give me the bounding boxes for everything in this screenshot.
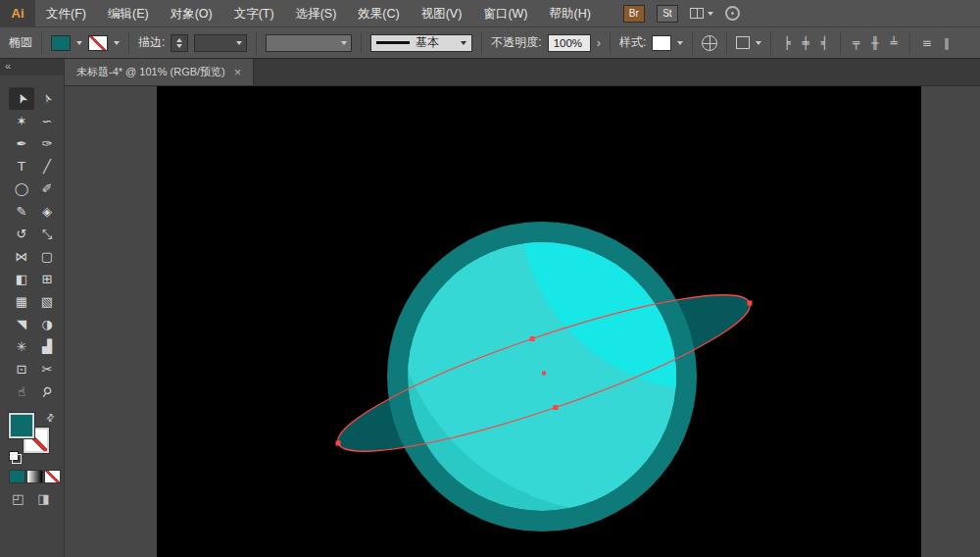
swap-fill-stroke-icon[interactable]: ⇄ (43, 411, 57, 425)
column-graph-tool[interactable]: ▟ (34, 335, 60, 358)
canvas-pasteboard[interactable] (65, 86, 980, 557)
line-segment-tool[interactable]: ╱ (34, 155, 60, 177)
stroke-dropdown-icon[interactable] (114, 41, 120, 45)
paintbrush-icon: ✐ (42, 182, 53, 195)
fill-dropdown-icon[interactable] (76, 41, 82, 45)
profile-value: 基本 (416, 34, 439, 51)
shape-builder-tool[interactable]: ◧ (9, 268, 34, 290)
zoom-tool[interactable]: ⚲ (34, 380, 60, 403)
menu-view[interactable]: 视图(V) (411, 0, 473, 27)
eraser-tool[interactable]: ◈ (34, 200, 60, 223)
style-swatch[interactable] (652, 35, 671, 51)
distribute-vertical-button[interactable]: ∥ (941, 36, 953, 50)
screen-mode-button[interactable]: ◨ (37, 491, 49, 506)
slice-tool[interactable]: ✂ (34, 358, 60, 380)
type-tool[interactable]: T (9, 155, 34, 177)
width-tool[interactable]: ⋈ (9, 245, 34, 268)
default-fill-stroke-icon[interactable] (9, 451, 22, 464)
align-bottom-button[interactable]: ╧ (888, 36, 901, 50)
curvature-icon: ✑ (42, 137, 53, 150)
magic-wand-icon: ✶ (17, 115, 27, 127)
ellipse-tool[interactable]: ◯ (9, 177, 34, 200)
divider (128, 32, 129, 54)
opacity-input[interactable]: 100% (548, 34, 591, 52)
stroke-weight-dropdown[interactable] (194, 34, 247, 52)
chevron-down-icon (236, 41, 242, 45)
perspective-grid-icon: ⊞ (42, 273, 53, 285)
color-button[interactable] (9, 470, 25, 483)
direct-selection-tool-icon: ➢ (39, 91, 55, 106)
menu-edit[interactable]: 编辑(E) (97, 0, 160, 27)
gradient-tool[interactable]: ▧ (34, 290, 60, 313)
none-button[interactable] (44, 470, 61, 483)
line-segment-icon: ╱ (43, 160, 51, 173)
magic-wand-tool[interactable]: ✶ (9, 110, 34, 132)
document-tab[interactable]: 未标题-4* @ 101% (RGB/预览) × (65, 59, 254, 85)
menu-select[interactable]: 选择(S) (285, 0, 348, 27)
recolor-artwork-icon[interactable] (702, 35, 717, 51)
eyedropper-tool[interactable]: ◥ (9, 313, 34, 335)
arrange-documents-button[interactable] (690, 8, 713, 19)
mesh-tool[interactable]: ▦ (9, 290, 34, 313)
stock-button[interactable]: St (657, 5, 678, 23)
menu-object[interactable]: 对象(O) (160, 0, 223, 27)
menu-file[interactable]: 文件(F) (35, 0, 97, 27)
anchor-center[interactable] (542, 372, 546, 376)
style-dropdown-icon[interactable] (677, 41, 683, 45)
align-right-button[interactable]: ╡ (818, 36, 831, 50)
pen-tool[interactable]: ✒ (9, 132, 34, 155)
rotate-tool[interactable]: ↺ (9, 223, 34, 245)
chevron-down-icon (461, 41, 466, 45)
tools-panel: « ➤ ➢ ✶ ∽ ✒ ✑ T ╱ ◯ ✐ ✎ ◈ ↺ ⤡ ⋈ ▢ ◧ ⊞ ▦ … (0, 59, 65, 557)
artboard-tool[interactable]: ⊡ (9, 358, 34, 380)
opacity-panel-arrow[interactable]: › (597, 35, 601, 50)
distribute-horizontal-button[interactable]: ≡ (919, 36, 935, 50)
stroke-color-control[interactable] (88, 35, 108, 51)
transform-panel-icon[interactable] (736, 36, 750, 49)
fill-color-control[interactable] (51, 35, 71, 51)
curvature-tool[interactable]: ✑ (34, 132, 60, 155)
draw-mode-button[interactable]: ◰ (12, 491, 24, 506)
selection-tool[interactable]: ➤ (9, 87, 34, 110)
lasso-tool[interactable]: ∽ (34, 110, 60, 132)
fill-color-swatch[interactable] (9, 413, 34, 438)
direct-selection-tool[interactable]: ➢ (34, 87, 60, 110)
gradient-button[interactable] (26, 470, 43, 483)
menu-help[interactable]: 帮助(H) (539, 0, 602, 27)
align-top-button[interactable]: ╤ (850, 36, 862, 50)
anchor-left[interactable] (336, 441, 341, 446)
perspective-grid-tool[interactable]: ⊞ (34, 268, 60, 290)
gradient-icon: ▧ (41, 295, 53, 308)
dial-icon[interactable] (725, 6, 740, 21)
stroke-weight-stepper[interactable] (171, 34, 188, 52)
symbol-sprayer-tool[interactable]: ✳ (9, 335, 34, 358)
close-icon[interactable]: × (234, 65, 242, 79)
paintbrush-tool[interactable]: ✐ (34, 177, 60, 200)
collapse-panel-button[interactable]: « (0, 59, 64, 76)
align-center-button[interactable]: ╪ (800, 36, 812, 50)
anchor-bottom[interactable] (553, 405, 558, 410)
variable-width-profile-dropdown[interactable]: 基本 (370, 34, 472, 52)
menu-window[interactable]: 窗口(W) (472, 0, 538, 27)
menu-bar: Ai 文件(F) 编辑(E) 对象(O) 文字(T) 选择(S) 效果(C) 视… (0, 0, 980, 27)
stepper-up-icon[interactable] (176, 38, 182, 42)
blend-tool[interactable]: ◑ (34, 313, 60, 335)
hand-tool[interactable]: ☝ (9, 380, 34, 403)
brush-definition-dropdown[interactable] (266, 34, 352, 52)
align-left-button[interactable]: ╞ (780, 36, 793, 50)
bridge-button[interactable]: Br (623, 5, 645, 23)
scale-tool[interactable]: ⤡ (34, 223, 60, 245)
anchor-right[interactable] (748, 301, 753, 306)
divider (361, 32, 362, 54)
menu-effect[interactable]: 效果(C) (347, 0, 410, 27)
free-transform-tool[interactable]: ▢ (34, 245, 60, 268)
anchor-top[interactable] (530, 336, 535, 341)
align-middle-button[interactable]: ╫ (868, 36, 881, 50)
menu-type[interactable]: 文字(T) (223, 0, 285, 27)
slice-icon: ✂ (42, 363, 53, 376)
stepper-down-icon[interactable] (176, 44, 182, 48)
hand-icon: ☝ (18, 385, 25, 398)
pencil-tool[interactable]: ✎ (9, 200, 34, 223)
divider (481, 32, 482, 54)
artboard[interactable] (157, 86, 921, 557)
